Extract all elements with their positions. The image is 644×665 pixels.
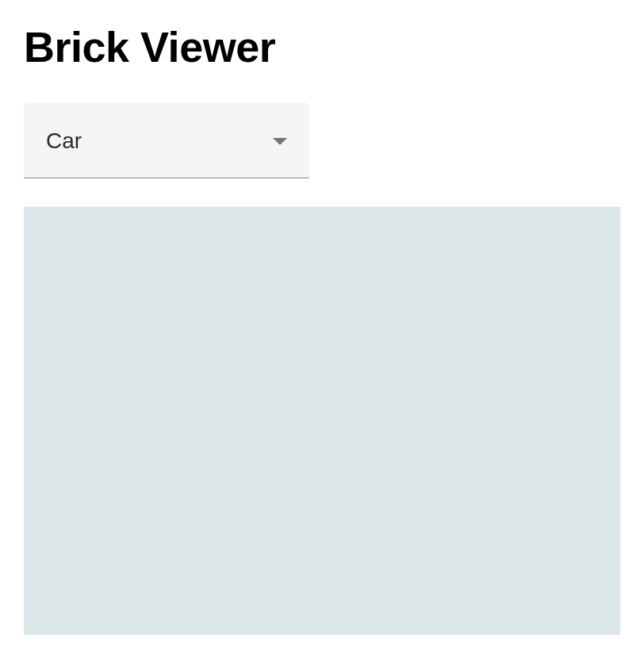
model-select[interactable]: Car — [24, 103, 309, 178]
chevron-down-icon — [273, 138, 287, 145]
viewer-canvas[interactable] — [24, 207, 620, 635]
page-title: Brick Viewer — [24, 22, 620, 71]
model-select-value: Car — [46, 128, 82, 154]
